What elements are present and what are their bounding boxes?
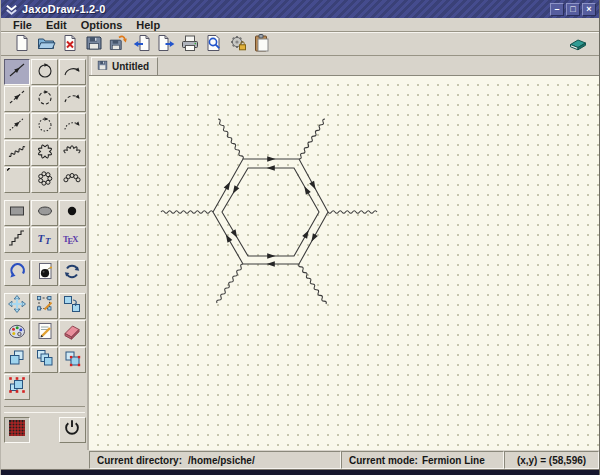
new-file-button[interactable] bbox=[10, 33, 34, 55]
tab-label: Untitled bbox=[112, 61, 149, 72]
save-button[interactable] bbox=[82, 33, 106, 55]
tool-edit-vertices[interactable] bbox=[31, 293, 58, 319]
vertex-icon bbox=[62, 201, 82, 224]
tool-clear-all[interactable] bbox=[31, 260, 58, 286]
tool-vertex[interactable] bbox=[59, 200, 86, 226]
tool-blob[interactable] bbox=[31, 200, 58, 226]
tool-copy-stack[interactable] bbox=[31, 347, 58, 373]
export-button[interactable] bbox=[154, 33, 178, 55]
tool-photon-loop[interactable] bbox=[31, 140, 58, 166]
jaxodraw-window: JaxoDraw-1.2-0 –□× FileEditOptionsHelp T… bbox=[0, 0, 600, 475]
directory-value: /home/psiche/ bbox=[188, 455, 255, 466]
print-button[interactable] bbox=[178, 33, 202, 55]
drawing-canvas[interactable] bbox=[89, 76, 599, 450]
printer-icon bbox=[180, 33, 200, 56]
main-area: TTTEX Untitled bbox=[1, 56, 599, 450]
tool-latex-mode[interactable]: TEX bbox=[59, 227, 86, 253]
tool-refresh[interactable] bbox=[59, 260, 86, 286]
close-file-button[interactable] bbox=[58, 33, 82, 55]
ghost-loop-icon bbox=[35, 114, 55, 137]
scalar-loop-icon bbox=[35, 87, 55, 110]
preferences-button[interactable] bbox=[226, 33, 250, 55]
open-file-button[interactable] bbox=[34, 33, 58, 55]
latex-mode-icon: TEX bbox=[62, 228, 82, 251]
tool-undo[interactable] bbox=[4, 260, 31, 286]
minimize-button[interactable]: – bbox=[550, 3, 564, 16]
panel-separator bbox=[4, 406, 85, 413]
tool-group-select[interactable] bbox=[4, 374, 31, 400]
undo-icon bbox=[7, 261, 27, 284]
tool-paste-stack[interactable] bbox=[59, 347, 86, 373]
doc-close-icon bbox=[60, 33, 80, 56]
tool-ungroup[interactable] bbox=[59, 293, 86, 319]
zigzag-line-icon bbox=[7, 228, 27, 251]
preview-button[interactable] bbox=[202, 33, 226, 55]
gear-lock-icon bbox=[228, 33, 248, 56]
canvas-area: Untitled bbox=[89, 56, 599, 450]
tool-color-chooser[interactable] bbox=[4, 320, 31, 346]
edit-vertices-icon bbox=[35, 294, 55, 317]
tool-text-mode[interactable]: TT bbox=[31, 227, 58, 253]
scalar-arc-icon bbox=[62, 87, 82, 110]
tool-ghost-line[interactable] bbox=[4, 113, 31, 139]
floppy-as-icon bbox=[108, 33, 128, 56]
user-guide-button[interactable] bbox=[566, 33, 590, 55]
svg-text:TEX: TEX bbox=[63, 234, 79, 246]
tool-gluon-loop[interactable] bbox=[31, 167, 58, 193]
ghost-line-icon bbox=[7, 114, 27, 137]
mode-label: Current mode: bbox=[349, 455, 418, 466]
tool-scalar-loop[interactable] bbox=[31, 86, 58, 112]
tool-scalar-line[interactable] bbox=[4, 86, 31, 112]
save-as-button[interactable] bbox=[106, 33, 130, 55]
color-chooser-icon bbox=[7, 321, 27, 344]
doc-preview-icon bbox=[204, 33, 224, 56]
import-button[interactable] bbox=[130, 33, 154, 55]
tool-fermion-arc[interactable] bbox=[59, 59, 86, 85]
maximize-button[interactable]: □ bbox=[566, 3, 580, 16]
tool-zigzag-line[interactable] bbox=[4, 227, 31, 253]
app-icon bbox=[4, 3, 18, 16]
move-icon bbox=[7, 294, 27, 317]
text-mode-icon: TT bbox=[35, 228, 55, 251]
tool-delete-object[interactable] bbox=[59, 320, 86, 346]
menu-edit[interactable]: Edit bbox=[39, 18, 74, 32]
tool-quit[interactable] bbox=[59, 417, 86, 443]
clear-all-icon bbox=[35, 261, 55, 284]
tab-untitled[interactable]: Untitled bbox=[91, 57, 158, 75]
tool-ghost-arc[interactable] bbox=[59, 113, 86, 139]
duplicate-icon bbox=[7, 348, 27, 371]
menu-file[interactable]: File bbox=[6, 18, 39, 32]
statusbar-spacer bbox=[1, 451, 89, 469]
feynman-diagram bbox=[89, 76, 598, 450]
close-button[interactable]: × bbox=[582, 3, 596, 16]
fermion-line-icon bbox=[7, 60, 27, 83]
tool-grid-toggle[interactable] bbox=[4, 417, 31, 443]
tool-move[interactable] bbox=[4, 293, 31, 319]
tool-fermion-loop[interactable] bbox=[31, 59, 58, 85]
ungroup-icon bbox=[62, 294, 82, 317]
fermion-loop-icon bbox=[35, 60, 55, 83]
delete-object-icon bbox=[62, 321, 82, 344]
photon-loop-icon bbox=[35, 141, 55, 164]
status-coordinates: (x,y) = (58,596) bbox=[504, 451, 599, 469]
tool-box[interactable] bbox=[4, 200, 31, 226]
menu-help[interactable]: Help bbox=[129, 18, 167, 32]
status-bar: Current directory: /home/psiche/ Current… bbox=[1, 450, 599, 469]
tool-gluon-line[interactable] bbox=[4, 167, 31, 193]
scalar-line-icon bbox=[7, 87, 27, 110]
gluon-line-icon bbox=[7, 168, 27, 191]
tool-photon-line[interactable] bbox=[4, 140, 31, 166]
tool-edit-object[interactable] bbox=[31, 320, 58, 346]
tool-fermion-line[interactable] bbox=[4, 59, 31, 85]
clipboard-icon bbox=[252, 33, 272, 56]
menu-options[interactable]: Options bbox=[74, 18, 130, 32]
tool-scalar-arc[interactable] bbox=[59, 86, 86, 112]
paste-button[interactable] bbox=[250, 33, 274, 55]
tab-bar: Untitled bbox=[89, 56, 599, 76]
box-icon bbox=[7, 201, 27, 224]
tool-photon-arc[interactable] bbox=[59, 140, 86, 166]
window-buttons: –□× bbox=[550, 3, 596, 16]
tool-duplicate[interactable] bbox=[4, 347, 31, 373]
tool-gluon-arc[interactable] bbox=[59, 167, 86, 193]
tool-ghost-loop[interactable] bbox=[31, 113, 58, 139]
